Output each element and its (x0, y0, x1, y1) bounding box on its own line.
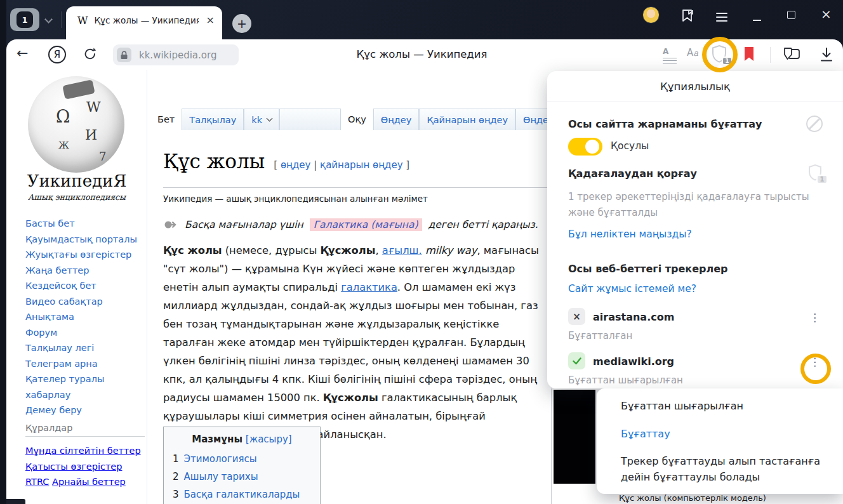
toc-header: Мазмұны [жасыру] (173, 434, 311, 445)
title-rule (163, 187, 548, 188)
sidebar-link-recent-changes[interactable]: Жуықтағы өзгерістер (25, 247, 143, 263)
sidebar-link-report-errors[interactable]: Қателер туралы хабарлау (25, 371, 143, 402)
page-title: Құс жолы — Уикипедия (267, 48, 577, 60)
milky-way-image[interactable] (554, 390, 595, 484)
sidebar-link-main[interactable]: Басты бет (25, 216, 143, 232)
sidebar-link-help[interactable]: Анықтама (25, 309, 143, 325)
disambig-icon (164, 218, 178, 231)
new-tab-button[interactable]: + (232, 14, 251, 33)
yandex-logo-icon[interactable]: Я (48, 46, 66, 63)
reload-button[interactable] (83, 46, 98, 62)
toc-number: 3 (173, 486, 179, 504)
tracker-allowed-icon (568, 352, 585, 369)
adblock-heading: Осы сайтта жарнаманы бұғаттау (568, 118, 762, 130)
bold-term: Құсжолы (320, 244, 375, 256)
address-bar[interactable]: kk.wikipedia.org (113, 44, 239, 65)
table-of-contents: Мазмұны [жасыру] 1Этимологиясы 2Ашылу та… (163, 427, 321, 504)
profile-avatar[interactable] (642, 6, 660, 23)
sidebar-tools-heading: Құралдар (25, 423, 145, 437)
sidebar-link-community[interactable]: Қауымдастық порталы (25, 232, 143, 248)
tab-close-icon[interactable]: × (206, 15, 215, 25)
tracking-heading: Қадағалаудан қорғау (568, 168, 697, 180)
menu-block-action[interactable]: Бұғаттау (621, 428, 670, 440)
tab-counter-value: 1 (17, 11, 33, 28)
hatnote: Басқа мағыналар үшін Галактика (мағына) … (164, 218, 538, 231)
tools-link-rtrc[interactable]: RTRC (25, 477, 49, 487)
back-button[interactable]: ← (17, 45, 28, 61)
inline-link[interactable]: ағылш. (382, 244, 422, 256)
hatnote-link-highlighted[interactable]: Галактика (мағына) (310, 218, 422, 231)
edit-link[interactable]: өңдеу (281, 159, 311, 171)
why-important-link[interactable]: Бұл неліктен маңызды? (568, 229, 692, 240)
tools-link-related-changes[interactable]: Қатысты өзгерістер (25, 461, 122, 472)
tab-talk[interactable]: Талқылау (182, 109, 244, 130)
tab-read[interactable]: Оқу (341, 109, 373, 130)
window-left-edge (0, 0, 6, 504)
tracker-menu-icon[interactable]: ⋮ (809, 312, 820, 323)
adblock-toggle[interactable] (568, 138, 602, 156)
site-not-working-link[interactable]: Сайт жұмыс істемей ме? (568, 283, 696, 295)
wiki-tab-bar: Бет Талқылау kk Оқу Өңдеу Қайнарын өңдеу… (150, 109, 550, 130)
hatnote-pre: Басқа мағыналар үшін (185, 219, 303, 230)
menu-note: Трекер бұғаттауды алып тастағанға дейін … (621, 453, 824, 485)
bookmark-page-icon[interactable] (743, 46, 755, 62)
reader-a-glyph: A (663, 47, 668, 56)
lock-icon[interactable] (117, 48, 131, 62)
sidebar-link-random[interactable]: Кездейсоқ бет (25, 278, 143, 294)
tab-counter-button[interactable]: 1 (10, 8, 39, 31)
sidebar-link-new-pages[interactable]: Жаңа беттер (25, 263, 143, 279)
sidebar-link-video-lessons[interactable]: Видео сабақтар (25, 294, 143, 310)
menu-current-state[interactable]: Бұғаттан шығарылған (621, 400, 743, 412)
collections-icon[interactable] (782, 46, 801, 63)
browser-menu-icon[interactable] (716, 10, 727, 24)
url-text: kk.wikipedia.org (131, 50, 224, 61)
separator: | (310, 159, 320, 171)
text: (немесе, дұрысы (222, 244, 321, 256)
tools-link-whatlinkshere[interactable]: Мұнда сілтейтін беттер (25, 446, 141, 456)
sidebar-link-donate[interactable]: Демеу беру (25, 402, 143, 418)
chevron-down-icon (267, 116, 273, 122)
tab-history-truncated[interactable]: Өңдел (515, 109, 550, 130)
window-minimize-button[interactable] (753, 20, 761, 21)
tab-language-selector[interactable]: kk (244, 109, 279, 130)
tracker-domain: airastana.com (593, 311, 674, 323)
toolbar-divider (770, 47, 771, 63)
adblock-toggle-label: Қосулы (611, 140, 649, 152)
bold-term: Құсжолы (323, 392, 378, 404)
translate-icon[interactable]: Aa (687, 47, 698, 58)
browser-tab-active[interactable]: W Құс жолы — Уикипедия × (66, 6, 222, 39)
tab-language-label: kk (251, 115, 262, 125)
tracker-blocked-icon: × (568, 308, 585, 325)
tab-edit[interactable]: Өңдеу (373, 109, 420, 130)
x-glyph: × (573, 311, 581, 322)
tab-list-chevron-icon[interactable] (44, 15, 53, 23)
toc-link[interactable]: Ашылу тарихы (184, 468, 258, 486)
toc-link[interactable]: Басқа галактикаларды ашу (184, 486, 311, 504)
toc-hide-link[interactable]: [жасыру] (246, 434, 292, 445)
title-edit-links: [ өңдеу | қайнарын өңдеу ] (274, 159, 409, 171)
toc-link[interactable]: Этимологиясы (184, 450, 257, 468)
toc-title: Мазмұны (192, 434, 242, 445)
tools-link-special-pages[interactable]: Арнайы беттер (52, 477, 126, 487)
status-bubble-stub (6, 499, 25, 504)
reader-mode-icon[interactable]: A (663, 47, 677, 65)
bold-term: Құс жолы (163, 244, 222, 256)
browser-window: 1 W Құс жолы — Уикипедия × + × ← Я kk.wi… (0, 0, 843, 504)
annotation-circle-kebab (800, 354, 831, 384)
tab-page[interactable]: Бет (150, 109, 182, 130)
window-maximize-button[interactable] (787, 11, 795, 19)
sidebar-link-telegram[interactable]: Телеграм арна (25, 356, 143, 372)
infobox-caption: Құс жолы (компьютерлік модель) (619, 493, 766, 503)
toc-item: 3Басқа галактикаларды ашу (173, 486, 311, 504)
inline-link[interactable]: галактика (341, 281, 397, 293)
bookmarks-panel-icon[interactable] (680, 8, 694, 23)
edit-source-link[interactable]: қайнарын өңдеу (320, 159, 403, 171)
tracking-shield-icon: 1 (807, 164, 824, 183)
tab-edit-source[interactable]: Қайнарын өңдеу (419, 109, 515, 130)
translate-b-glyph: a (693, 48, 698, 58)
wiki-sidebar-nav: Басты бет Қауымдастық порталы Жуықтағы ө… (25, 216, 143, 418)
sidebar-link-discussion-feed[interactable]: Талқылау легі (25, 340, 143, 356)
sidebar-link-forum[interactable]: Форум (25, 325, 143, 341)
window-close-button[interactable]: × (821, 6, 832, 22)
downloads-icon[interactable] (819, 46, 834, 63)
